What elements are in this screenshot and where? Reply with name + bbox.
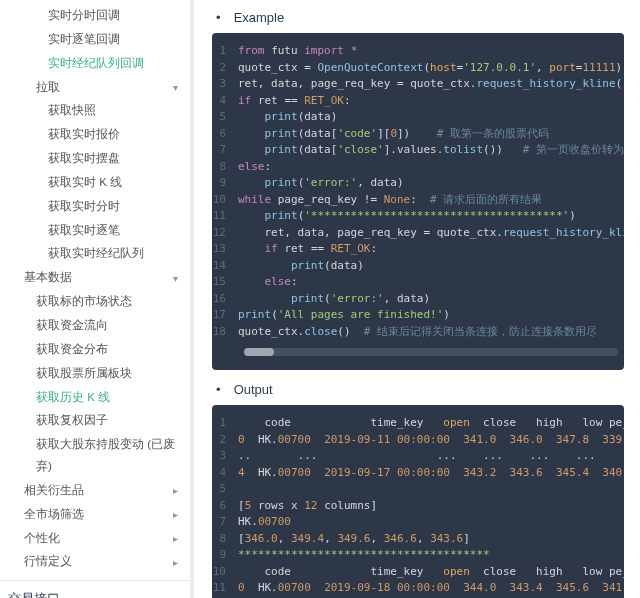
code-text: 4 HK.00700 2019-09-17 00:00:00 343.2 343… <box>238 465 624 482</box>
output-code-block[interactable]: 1 code time_key open close high low pe_r… <box>212 405 624 598</box>
sidebar-item[interactable]: 获取实时报价 <box>0 123 190 147</box>
code-text: else: <box>238 159 271 176</box>
code-line: 3.. ... ... ... ... ... ... ... <box>212 448 624 465</box>
code-text: else: <box>238 274 298 291</box>
code-line: 3ret, data, page_req_key = quote_ctx.req… <box>212 76 624 93</box>
code-text: .. ... ... ... ... ... ... ... <box>238 448 624 465</box>
main-content: • Example 1from futu import *2quote_ctx … <box>194 0 640 598</box>
sidebar-item-label: 获取实时 K 线 <box>48 172 122 194</box>
code-line: 10while page_req_key != None: # 请求后面的所有结… <box>212 192 624 209</box>
sidebar-item[interactable]: 获取实时逐笔 <box>0 219 190 243</box>
sidebar-item[interactable]: 获取实时 K 线 <box>0 171 190 195</box>
code-line: 16 print('error:', data) <box>212 291 624 308</box>
example-code-block[interactable]: 1from futu import *2quote_ctx = OpenQuot… <box>212 33 624 370</box>
line-number: 7 <box>212 142 238 159</box>
sidebar-item-label: 获取资金流向 <box>36 315 108 337</box>
chevron-down-icon: ▾ <box>170 78 180 97</box>
line-number: 15 <box>212 274 238 291</box>
bullet-icon: • <box>216 382 222 397</box>
sidebar-item-label: 获取大股东持股变动 (已废弃) <box>36 434 190 478</box>
code-text: from futu import * <box>238 43 357 60</box>
sidebar-item[interactable]: 获取快照 <box>0 99 190 123</box>
sidebar-item-label: 获取快照 <box>48 100 96 122</box>
line-number: 6 <box>212 498 238 515</box>
code-line: 6 print(data['code'][0]) # 取第一条的股票代码 <box>212 126 624 143</box>
sidebar-item-label: 全市场筛选 <box>24 504 84 526</box>
sidebar-item[interactable]: 获取实时摆盘 <box>0 147 190 171</box>
sidebar-item[interactable]: 实时分时回调 <box>0 4 190 28</box>
line-number: 12 <box>212 225 238 242</box>
output-heading-text: Output <box>234 382 273 397</box>
code-line: 1from futu import * <box>212 43 624 60</box>
sidebar-item[interactable]: 基本数据▾ <box>0 266 190 290</box>
code-line: 13 if ret == RET_OK: <box>212 241 624 258</box>
line-number: 5 <box>212 481 238 498</box>
line-number: 7 <box>212 514 238 531</box>
line-number: 8 <box>212 531 238 548</box>
code-text: ret, data, page_req_key = quote_ctx.requ… <box>238 225 624 242</box>
line-number: 18 <box>212 324 238 341</box>
line-number: 16 <box>212 291 238 308</box>
hscroll-thumb[interactable] <box>244 348 274 356</box>
code-line: 12 ret, data, page_req_key = quote_ctx.r… <box>212 225 624 242</box>
code-text: code time_key open close high low pe_rat… <box>238 564 624 581</box>
sidebar-item[interactable]: 获取标的市场状态 <box>0 290 190 314</box>
sidebar-item-label: 获取实时报价 <box>48 124 120 146</box>
chevron-right-icon: ▸ <box>170 553 180 572</box>
code-line: 11 print('******************************… <box>212 208 624 225</box>
sidebar-item-label: 获取实时分时 <box>48 196 120 218</box>
code-line: 44 HK.00700 2019-09-17 00:00:00 343.2 34… <box>212 465 624 482</box>
sidebar-item[interactable]: 拉取▾ <box>0 76 190 100</box>
chevron-down-icon: ▾ <box>170 269 180 288</box>
hscroll-track[interactable] <box>244 348 618 356</box>
code-line: 9************************************** <box>212 547 624 564</box>
code-text: print('*********************************… <box>238 208 576 225</box>
code-text: print('All pages are finished!') <box>238 307 450 324</box>
line-number: 2 <box>212 60 238 77</box>
sidebar-item[interactable]: 实时经纪队列回调 <box>0 52 190 76</box>
sidebar-item[interactable]: 获取大股东持股变动 (已废弃) <box>0 433 190 479</box>
sidebar-item[interactable]: 个性化▸ <box>0 527 190 551</box>
sidebar-section-trade[interactable]: 交易接口 ▾ <box>0 580 190 598</box>
sidebar-item[interactable]: 获取资金分布 <box>0 338 190 362</box>
sidebar-item-label: 相关衍生品 <box>24 480 84 502</box>
sidebar-section-label: 交易接口 <box>8 587 60 598</box>
code-line: 9 print('error:', data) <box>212 175 624 192</box>
code-text: 0 HK.00700 2019-09-18 00:00:00 344.0 343… <box>238 580 624 597</box>
sidebar-item-label: 获取历史 K 线 <box>36 387 110 409</box>
sidebar-item[interactable]: 获取股票所属板块 <box>0 362 190 386</box>
sidebar-item-label: 获取实时经纪队列 <box>48 243 144 265</box>
sidebar-item[interactable]: 获取资金流向 <box>0 314 190 338</box>
sidebar-item-label: 基本数据 <box>24 267 72 289</box>
line-number: 5 <box>212 109 238 126</box>
bullet-icon: • <box>216 10 222 25</box>
sidebar-item[interactable]: 实时逐笔回调 <box>0 28 190 52</box>
code-line: 1 code time_key open close high low pe_r… <box>212 415 624 432</box>
line-number: 1 <box>212 415 238 432</box>
example-heading: • Example <box>216 10 624 25</box>
code-text: print(data['close'].values.tolist()) # 第… <box>238 142 624 159</box>
code-line: 2quote_ctx = OpenQuoteContext(host='127.… <box>212 60 624 77</box>
line-number: 9 <box>212 175 238 192</box>
sidebar-item[interactable]: 获取复权因子 <box>0 409 190 433</box>
sidebar-item[interactable]: 获取实时分时 <box>0 195 190 219</box>
sidebar-item[interactable]: 全市场筛选▸ <box>0 503 190 527</box>
code-text: print('error:', data) <box>238 175 404 192</box>
sidebar-item-label: 获取标的市场状态 <box>36 291 132 313</box>
sidebar-item[interactable]: 行情定义▸ <box>0 550 190 574</box>
chevron-down-icon: ▾ <box>170 590 180 598</box>
sidebar-nav: 实时分时回调实时逐笔回调实时经纪队列回调拉取▾获取快照获取实时报价获取实时摆盘获… <box>0 0 190 598</box>
output-heading: • Output <box>216 382 624 397</box>
example-heading-text: Example <box>234 10 285 25</box>
code-text: print(data) <box>238 258 364 275</box>
sidebar-item[interactable]: 相关衍生品▸ <box>0 479 190 503</box>
sidebar-item[interactable]: 获取历史 K 线 <box>0 386 190 410</box>
chevron-right-icon: ▸ <box>170 505 180 524</box>
sidebar-item-label: 个性化 <box>24 528 60 550</box>
code-text: 0 HK.00700 2019-09-11 00:00:00 341.0 346… <box>238 432 624 449</box>
sidebar-item[interactable]: 获取实时经纪队列 <box>0 242 190 266</box>
code-text: if ret == RET_OK: <box>238 93 351 110</box>
sidebar-item-label: 实时分时回调 <box>48 5 120 27</box>
code-line: 5 print(data) <box>212 109 624 126</box>
code-line: 14 print(data) <box>212 258 624 275</box>
